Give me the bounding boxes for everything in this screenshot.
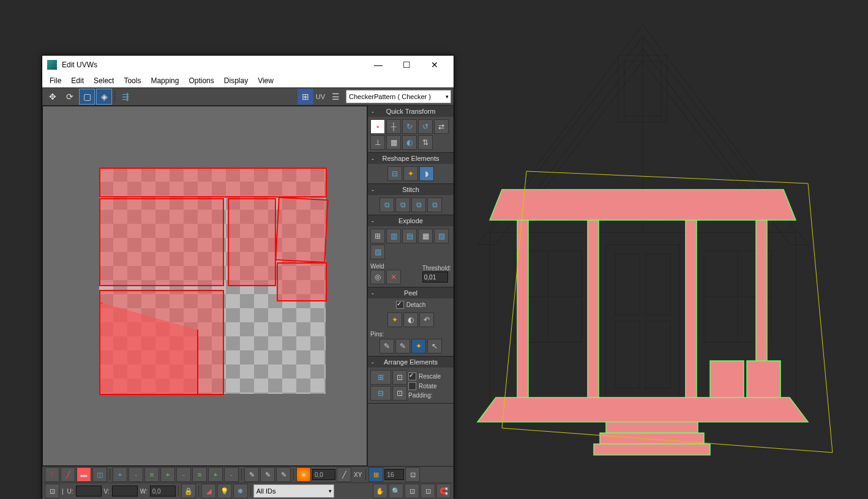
stitch-icon[interactable]: ⧉ [395, 198, 410, 212]
pelt-icon[interactable]: ◐ [403, 312, 418, 327]
zoom-extents-icon[interactable]: ⊡ [405, 484, 419, 498]
uv-cluster[interactable] [99, 198, 224, 286]
pack-custom-icon[interactable]: ⊡ [392, 386, 407, 401]
grow-icon[interactable]: + [113, 467, 127, 482]
grid-spinner[interactable]: 16 [384, 469, 404, 480]
panel-header[interactable]: -Quick Transform [368, 106, 454, 117]
options-icon[interactable]: ☰ [327, 89, 343, 105]
straighten-icon[interactable]: ⊟ [387, 166, 402, 181]
pack-icon[interactable]: ⊟ [370, 386, 391, 401]
loop-icon[interactable]: - [224, 467, 239, 482]
uv-cluster[interactable] [228, 198, 276, 286]
relax-icon[interactable]: ✦ [403, 166, 418, 181]
paint-select-icon[interactable]: ✎ [260, 467, 275, 482]
peel-icon[interactable]: ✦ [387, 312, 402, 327]
zoom-icon[interactable]: 🔍 [389, 484, 403, 498]
freeform-tool-icon[interactable]: ◈ [96, 89, 112, 105]
menu-options[interactable]: Options [185, 75, 217, 86]
pin-icon[interactable]: ↖ [427, 339, 442, 353]
shrink-icon[interactable]: - [129, 467, 143, 482]
align-icon[interactable]: ┼ [386, 119, 401, 134]
paint-select-icon[interactable]: ✎ [244, 467, 259, 482]
rotate-ccw-icon[interactable]: ↺ [418, 119, 433, 134]
ring-icon[interactable]: ≡ [144, 467, 159, 482]
soft-falloff-field[interactable]: 0,0 [312, 469, 335, 480]
flip-icon[interactable]: ⇅ [418, 135, 433, 150]
pin-icon[interactable]: ✎ [395, 339, 410, 353]
detach-checkbox[interactable]: Detach [396, 301, 426, 309]
pack-icon[interactable]: ⊞ [370, 370, 391, 385]
explode-icon[interactable]: ▨ [370, 245, 385, 259]
vertex-mode-icon[interactable]: ⋮ [45, 467, 59, 482]
align-icon[interactable]: ◐ [402, 135, 417, 150]
maximize-button[interactable]: ☐ [392, 56, 421, 74]
zoom-region-icon[interactable]: ⊡ [421, 484, 435, 498]
pin-icon[interactable]: ✎ [380, 339, 394, 353]
reshape-icon[interactable]: ◗ [419, 166, 434, 181]
menu-file[interactable]: File [46, 75, 65, 86]
explode-icon[interactable]: ▥ [386, 229, 401, 243]
mirror-tool-icon[interactable]: ⇶ [118, 89, 133, 105]
falloff-icon[interactable]: ╱ [337, 467, 351, 482]
ids-dropdown[interactable]: All IDs [253, 484, 334, 498]
align-icon[interactable]: ⊥ [370, 135, 385, 150]
soft-sel-icon[interactable]: ● [296, 467, 311, 482]
menu-mapping[interactable]: Mapping [147, 75, 182, 86]
scale-tool-icon[interactable]: ▢ [79, 89, 95, 105]
explode-icon[interactable]: ▧ [434, 229, 449, 243]
snowflake-icon[interactable]: ❄ [233, 484, 248, 498]
threshold-spinner[interactable]: 0,01 [422, 272, 448, 283]
window-titlebar[interactable]: Edit UVWs — ☐ ✕ [42, 56, 454, 74]
abs-rel-icon[interactable]: ⊡ [45, 484, 59, 498]
face-mode-icon[interactable]: ▬ [77, 467, 91, 482]
explode-icon[interactable]: ⊞ [370, 229, 385, 243]
w-field[interactable]: 0,0 [150, 486, 176, 497]
explode-icon[interactable]: ▤ [402, 229, 417, 243]
scene-3d-model[interactable] [465, 0, 863, 477]
panel-header[interactable]: -Explode [368, 215, 454, 226]
loop-icon[interactable]: ≡ [192, 467, 207, 482]
u-field[interactable] [76, 486, 102, 497]
pin-icon[interactable]: ✦ [411, 339, 426, 353]
element-mode-icon[interactable]: ◫ [92, 467, 107, 482]
lock-icon[interactable]: 🔒 [181, 484, 196, 498]
stitch-icon[interactable]: ⧉ [427, 198, 442, 212]
menu-edit[interactable]: Edit [67, 75, 88, 86]
panel-header[interactable]: -Peel [368, 287, 454, 298]
reset-peel-icon[interactable]: ↶ [419, 312, 434, 327]
texture-dropdown[interactable]: CheckerPattern ( Checker ) [346, 90, 451, 103]
show-map-icon[interactable]: ⊞ [297, 89, 313, 105]
snap-icon[interactable]: 🧲 [436, 484, 451, 498]
stitch-icon[interactable]: ⧉ [411, 198, 426, 212]
pan-icon[interactable]: ✋ [373, 484, 387, 498]
loop-icon[interactable]: + [208, 467, 223, 482]
panel-header[interactable]: -Reshape Elements [368, 153, 454, 164]
loop-icon[interactable]: + [160, 467, 175, 482]
uv-cluster[interactable] [99, 168, 327, 198]
light-icon[interactable]: 💡 [217, 484, 232, 498]
grid-snap-icon[interactable]: ⊞ [369, 467, 383, 482]
weld-target-icon[interactable]: ◎ [370, 270, 385, 284]
explode-icon[interactable]: ▦ [418, 229, 433, 243]
align-icon[interactable]: ▦ [386, 135, 401, 150]
weld-break-icon[interactable]: ✕ [386, 270, 401, 284]
uv-cluster[interactable] [275, 197, 328, 263]
stitch-icon[interactable]: ⧉ [380, 198, 394, 212]
brush-icon[interactable]: ◢ [201, 484, 216, 498]
align-icon[interactable]: ▪ [370, 119, 385, 134]
uv-canvas[interactable] [42, 106, 367, 466]
rescale-checkbox[interactable]: Rescale [408, 372, 441, 380]
uv-cluster[interactable] [277, 262, 327, 301]
flip-icon[interactable]: ⇄ [434, 119, 449, 134]
panel-header[interactable]: -Stitch [368, 184, 454, 195]
menu-select[interactable]: Select [90, 75, 118, 86]
pack-custom-icon[interactable]: ⊡ [392, 370, 407, 385]
menu-view[interactable]: View [254, 75, 277, 86]
paint-select-icon[interactable]: ✎ [276, 467, 291, 482]
minimize-button[interactable]: — [364, 56, 392, 74]
loop-icon[interactable]: - [176, 467, 191, 482]
panel-header[interactable]: -Arrange Elements [368, 357, 454, 368]
lock-icon[interactable]: ⊡ [405, 467, 420, 482]
edge-mode-icon[interactable]: ╱ [61, 467, 75, 482]
rotate-checkbox[interactable]: Rotate [408, 382, 441, 390]
